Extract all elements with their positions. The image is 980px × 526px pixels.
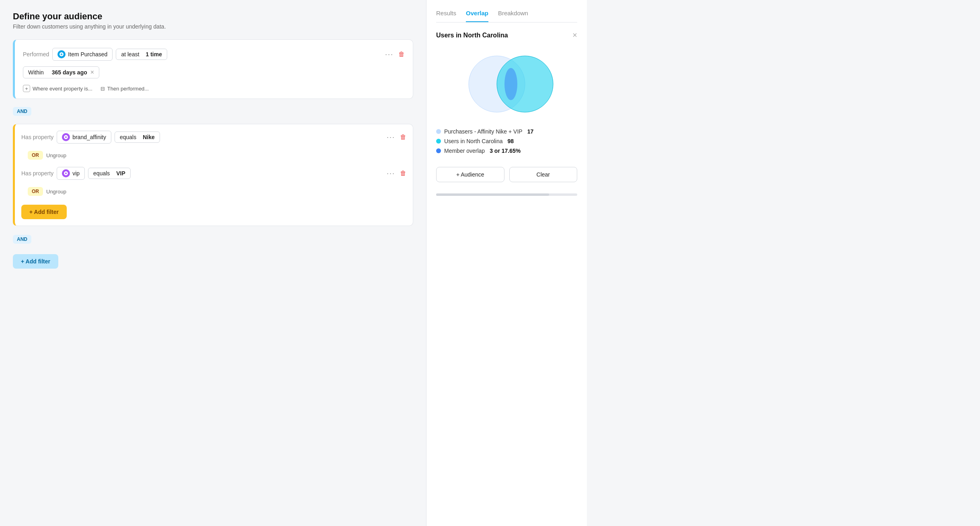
legend-dot-nc	[436, 139, 441, 144]
filter-block-item-purchased: Performed Item Purchased at least 1 time…	[13, 39, 413, 99]
legend-item-purchasers: Purchasers - Affinity Nike + VIP 17	[436, 128, 577, 135]
yellow-filter-group: Has property brand_affinity equals Nike …	[13, 124, 413, 226]
scrollbar-thumb[interactable]	[436, 193, 549, 196]
within-label: Within	[28, 69, 44, 76]
or-badge-1: OR	[28, 151, 43, 160]
event-chip[interactable]: Item Purchased	[52, 48, 113, 61]
remove-within-btn[interactable]: ×	[90, 69, 94, 76]
property2-label: vip	[72, 170, 80, 177]
and-badge: AND	[13, 107, 31, 116]
property2-icon	[62, 169, 70, 177]
days-label: 365 days ago	[52, 69, 87, 76]
legend-label-overlap: Member overlap	[444, 148, 485, 154]
property1-chip[interactable]: brand_affinity	[57, 131, 111, 144]
filter-icon: ⊟	[100, 86, 105, 92]
legend-count-nc: 98	[508, 138, 514, 144]
audience-btn[interactable]: + Audience	[436, 167, 504, 182]
legend-count-purchasers: 17	[527, 128, 534, 135]
panel-actions: + Audience Clear	[436, 167, 577, 182]
then-label: Then performed...	[107, 86, 149, 92]
svg-point-2	[65, 136, 67, 138]
time-chip[interactable]: at least 1 time	[116, 49, 167, 60]
performed-label: Performed	[23, 51, 49, 58]
delete-filter3-btn[interactable]: 🗑	[400, 170, 406, 177]
venn-diagram	[436, 48, 577, 120]
time-value: 1 time	[146, 51, 162, 58]
delete-filter-btn[interactable]: 🗑	[398, 51, 405, 58]
equals-label-2: equals	[93, 170, 110, 177]
legend-item-nc: Users in North Carolina 98	[436, 138, 577, 144]
event-icon	[57, 50, 66, 58]
legend: Purchasers - Affinity Nike + VIP 17 User…	[436, 128, 577, 157]
delete-filter2-btn[interactable]: 🗑	[400, 134, 406, 141]
legend-label-purchasers: Purchasers - Affinity Nike + VIP	[444, 128, 523, 135]
and-badge-2: AND	[13, 235, 31, 244]
more-options-btn-3[interactable]: ···	[387, 169, 395, 178]
more-options-btn-2[interactable]: ···	[387, 133, 395, 142]
svg-point-4	[65, 173, 67, 174]
ungroup-btn-2[interactable]: Ungroup	[46, 189, 66, 195]
has-property-label-1: Has property	[21, 134, 53, 140]
tab-results[interactable]: Results	[436, 10, 456, 22]
add-filter-blue-btn[interactable]: + Add filter	[13, 254, 58, 269]
legend-count-overlap: 3 or 17.65%	[490, 148, 521, 154]
equals-value1-chip[interactable]: equals Nike	[115, 132, 160, 143]
clear-btn[interactable]: Clear	[509, 167, 578, 182]
equals-label-1: equals	[120, 134, 136, 140]
legend-dot-overlap	[436, 148, 441, 153]
page-subtitle: Filter down customers using anything in …	[13, 23, 413, 30]
scrollbar-track	[436, 193, 577, 196]
panel-header: Users in North Carolina ×	[436, 31, 577, 40]
at-least-label: at least	[121, 51, 139, 58]
where-label: Where event property is...	[33, 86, 92, 92]
add-filter-yellow-btn[interactable]: + Add filter	[21, 205, 67, 219]
legend-item-overlap: Member overlap 3 or 17.65%	[436, 148, 577, 154]
ungroup-btn-1[interactable]: Ungroup	[46, 152, 66, 158]
right-panel: Results Overlap Breakdown Users in North…	[426, 0, 587, 526]
page-title: Define your audience	[13, 11, 413, 22]
panel-close-btn[interactable]: ×	[572, 31, 577, 40]
then-performed-btn[interactable]: ⊟ Then performed...	[100, 86, 149, 92]
value1-label: Nike	[143, 134, 155, 140]
tab-breakdown[interactable]: Breakdown	[498, 10, 528, 22]
tab-overlap[interactable]: Overlap	[466, 10, 488, 22]
legend-dot-purchasers	[436, 129, 441, 134]
property1-icon	[62, 133, 70, 141]
tabs-row: Results Overlap Breakdown	[436, 10, 577, 23]
property2-chip[interactable]: vip	[57, 167, 85, 180]
svg-point-7	[504, 68, 517, 100]
value2-label: VIP	[116, 170, 125, 177]
property1-label: brand_affinity	[72, 134, 106, 140]
has-property-label-2: Has property	[21, 170, 53, 177]
more-options-btn[interactable]: ···	[385, 50, 394, 59]
where-event-property-btn[interactable]: + Where event property is...	[23, 85, 92, 92]
legend-label-nc: Users in North Carolina	[444, 138, 503, 144]
within-chip[interactable]: Within 365 days ago ×	[23, 66, 99, 78]
equals-value2-chip[interactable]: equals VIP	[88, 168, 131, 179]
or-badge-2: OR	[28, 187, 43, 196]
event-label: Item Purchased	[68, 51, 107, 58]
plus-icon: +	[23, 85, 30, 92]
panel-title: Users in North Carolina	[436, 32, 508, 39]
